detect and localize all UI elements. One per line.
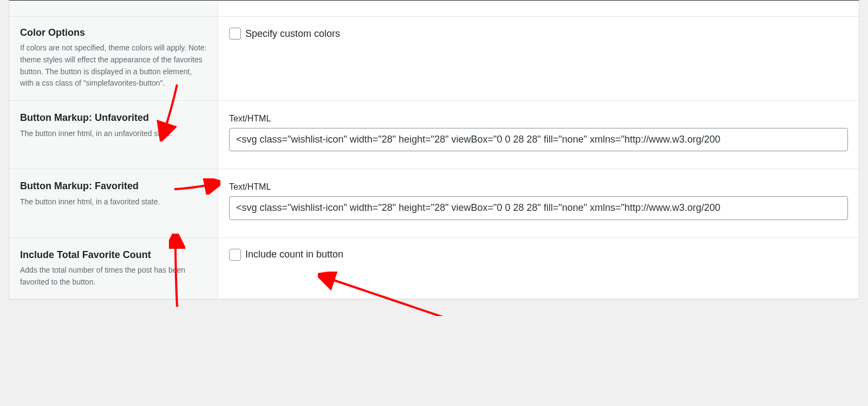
field-label-unfavorited: Text/HTML xyxy=(229,114,848,124)
row-label-color-options: Color Options If colors are not specifie… xyxy=(9,17,218,100)
description-favorited: The button inner html, in a favorited st… xyxy=(20,196,207,208)
description-color-options: If colors are not specified, theme color… xyxy=(20,42,207,89)
description-unfavorited: The button inner html, in an unfavorited… xyxy=(20,128,207,140)
heading-color-options: Color Options xyxy=(20,27,207,39)
settings-row-favorited: Button Markup: Favorited The button inne… xyxy=(9,169,859,237)
input-favorited-markup[interactable] xyxy=(229,196,848,220)
description-include-count: Adds the total number of times the post … xyxy=(20,265,207,288)
row-label-unfavorited: Button Markup: Unfavorited The button in… xyxy=(9,101,218,169)
checkbox-label-custom-colors: Specify custom colors xyxy=(245,28,340,40)
settings-row-color-options: Color Options If colors are not specifie… xyxy=(9,17,859,101)
settings-row-top xyxy=(9,1,859,17)
checkbox-wrapper-include-count[interactable]: Include count in button xyxy=(229,249,848,261)
checkbox-custom-colors[interactable] xyxy=(229,28,241,40)
heading-favorited: Button Markup: Favorited xyxy=(20,180,207,192)
input-unfavorited-markup[interactable] xyxy=(229,128,848,151)
checkbox-include-count[interactable] xyxy=(229,249,241,261)
settings-row-include-count: Include Total Favorite Count Adds the to… xyxy=(9,238,859,300)
row-label-include-count: Include Total Favorite Count Adds the to… xyxy=(9,238,218,299)
settings-table: Color Options If colors are not specifie… xyxy=(9,0,859,300)
row-content-include-count: Include count in button xyxy=(218,238,859,299)
row-label-top xyxy=(9,1,218,16)
row-label-favorited: Button Markup: Favorited The button inne… xyxy=(9,169,218,237)
checkbox-wrapper-custom-colors[interactable]: Specify custom colors xyxy=(229,28,848,40)
row-content-unfavorited: Text/HTML xyxy=(218,101,859,169)
field-label-favorited: Text/HTML xyxy=(229,182,848,192)
heading-include-count: Include Total Favorite Count xyxy=(20,249,207,261)
row-content-favorited: Text/HTML xyxy=(218,169,859,237)
heading-unfavorited: Button Markup: Unfavorited xyxy=(20,112,207,124)
row-content-color-options: Specify custom colors xyxy=(218,17,859,100)
settings-row-unfavorited: Button Markup: Unfavorited The button in… xyxy=(9,101,859,169)
checkbox-label-include-count: Include count in button xyxy=(245,249,343,260)
row-content-top xyxy=(218,1,859,16)
